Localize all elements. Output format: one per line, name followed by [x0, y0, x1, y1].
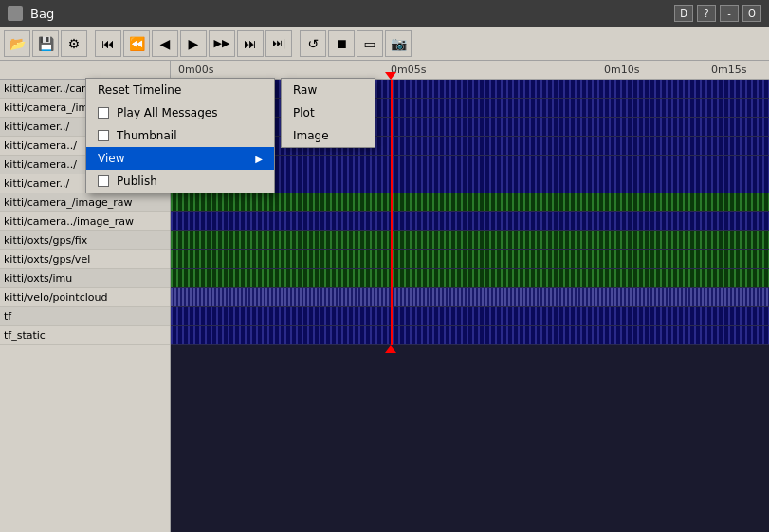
playhead-bottom-triangle [385, 345, 396, 353]
reset-timeline-item[interactable]: Reset Timeline [86, 79, 274, 101]
skip-last-button[interactable]: ⏭| [265, 30, 292, 57]
fast-forward-button[interactable]: ▶▶ [209, 30, 235, 57]
thumbnail-item[interactable]: Thumbnail [86, 124, 274, 147]
capture-button[interactable]: 📷 [385, 30, 412, 57]
plot-item[interactable]: Plot [282, 101, 375, 124]
topic-row[interactable]: kitti/oxts/gps/vel [0, 250, 170, 269]
title-controls: D ? - O [674, 5, 761, 22]
view-item[interactable]: View ▶ [86, 147, 274, 170]
stop-button[interactable]: ⏹ [328, 30, 355, 57]
thumbnail-label: Thumbnail [117, 129, 176, 142]
view-submenu: Raw Plot Image [281, 78, 375, 148]
skip-end-button[interactable]: ⏭ [237, 30, 264, 57]
publish-item[interactable]: Publish [86, 170, 274, 193]
play-all-messages-item[interactable]: Play All Messages [86, 101, 274, 124]
playhead-top-triangle [385, 72, 396, 80]
app-title: Bag [30, 7, 54, 21]
topic-row[interactable]: tf_static [0, 326, 170, 345]
title-left: Bag [8, 6, 54, 21]
publish-label: Publish [117, 174, 157, 188]
topic-row[interactable]: kitti/oxts/imu [0, 269, 170, 288]
track-row-green [171, 269, 769, 288]
timeline-header: 0m00s 0m05s 0m10s 0m15s [171, 61, 769, 80]
toolbar: 📂 💾 ⚙ ⏮ ⏪ ◀ ▶ ▶▶ ⏭ ⏭| ↺ ⏹ ▭ 📷 [0, 27, 769, 61]
open-button[interactable]: 📂 [4, 30, 30, 57]
topic-row[interactable]: kitti/camera_/image_raw [0, 193, 170, 212]
track-row-green [171, 231, 769, 250]
close-button[interactable]: O [742, 5, 761, 22]
thumbnail-checkbox [98, 130, 109, 141]
save-button[interactable]: 💾 [32, 30, 59, 57]
settings-button[interactable]: ▭ [357, 30, 383, 57]
topic-row[interactable]: kitti/camera../image_raw [0, 212, 170, 231]
view-arrow-icon: ▶ [255, 154, 263, 164]
loop-button[interactable]: ↺ [300, 30, 326, 57]
track-row-green [171, 250, 769, 269]
track-row [171, 288, 769, 307]
context-menu: Reset Timeline Play All Messages Thumbna… [85, 78, 275, 193]
time-marker-2: 0m10s [604, 64, 639, 76]
help-button[interactable]: D [674, 5, 693, 22]
help-icon-button[interactable]: ? [697, 5, 716, 22]
topic-row[interactable]: tf [0, 307, 170, 326]
properties-button[interactable]: ⚙ [61, 30, 87, 57]
publish-checkbox [98, 175, 109, 187]
play-back-button[interactable]: ◀ [152, 30, 178, 57]
prev-button[interactable]: ⏪ [123, 30, 150, 57]
track-row [171, 307, 769, 326]
track-row [171, 193, 769, 212]
play-all-checkbox [98, 107, 109, 119]
app-icon [8, 6, 23, 21]
time-marker-0: 0m00s [178, 64, 213, 76]
title-bar: Bag D ? - O [0, 0, 769, 27]
track-row [171, 326, 769, 345]
play-all-label: Play All Messages [117, 106, 217, 119]
reset-timeline-label: Reset Timeline [98, 83, 181, 97]
skip-start-button[interactable]: ⏮ [95, 30, 121, 57]
time-marker-3: 0m15s [711, 64, 746, 76]
topic-row[interactable]: kitti/oxts/gps/fix [0, 231, 170, 250]
play-button[interactable]: ▶ [180, 30, 207, 57]
raw-item[interactable]: Raw [282, 79, 375, 101]
minimize-button[interactable]: - [720, 5, 739, 22]
image-item[interactable]: Image [282, 124, 375, 147]
topic-row[interactable]: kitti/velo/pointcloud [0, 288, 170, 307]
view-label: View [98, 152, 124, 165]
track-row [171, 212, 769, 231]
